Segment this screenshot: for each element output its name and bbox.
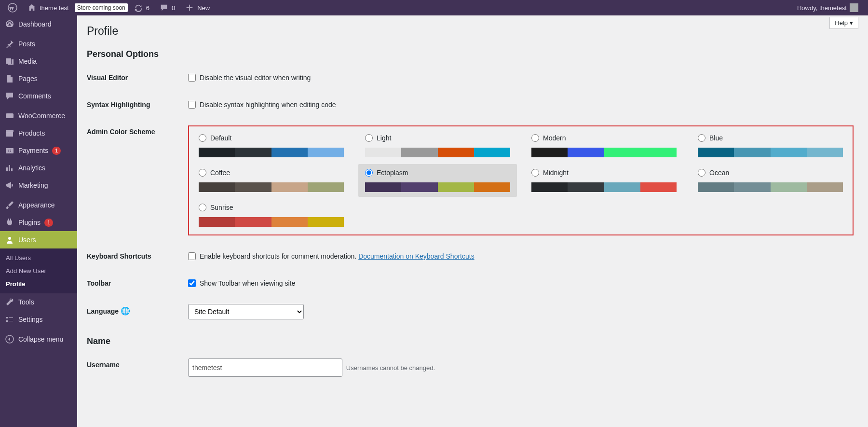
admin-toolbar: theme test Store coming soon 6 0 New How… [0, 0, 868, 15]
new-label: New [197, 4, 210, 12]
sidebar-item-label: Settings [18, 316, 43, 323]
sidebar-item-label: Tools [18, 298, 34, 306]
color-scheme-option-default[interactable]: Default [192, 129, 351, 162]
payments-badge: 1 [52, 147, 61, 155]
color-swatch [604, 148, 640, 157]
sidebar-item-settings[interactable]: Settings [0, 311, 77, 328]
color-swatch-row [698, 182, 843, 192]
color-scheme-name: Sunrise [210, 204, 233, 211]
toolbar-checkbox-row[interactable]: Show Toolbar when viewing site [188, 279, 854, 287]
updates-menu[interactable]: 6 [130, 0, 153, 15]
submenu-all-users[interactable]: All Users [0, 251, 77, 264]
sidebar-item-tools[interactable]: Tools [0, 293, 77, 311]
collapse-icon [5, 334, 14, 344]
color-scheme-radio[interactable] [365, 134, 373, 142]
syntax-checkbox[interactable] [188, 101, 196, 109]
sidebar-item-label: WooCommerce [18, 112, 65, 120]
color-swatch [771, 182, 807, 192]
comments-menu[interactable]: 0 [155, 0, 179, 15]
site-name-menu[interactable]: theme test [23, 0, 73, 15]
sidebar-item-plugins[interactable]: Plugins 1 [0, 214, 77, 231]
plus-icon [185, 3, 194, 13]
color-scheme-name: Coffee [210, 169, 230, 177]
color-scheme-option-midnight[interactable]: Midnight [525, 164, 683, 197]
my-account-menu[interactable]: Howdy, themetest [793, 0, 862, 15]
color-swatch [235, 148, 271, 157]
color-swatch [604, 182, 640, 192]
color-scheme-radio[interactable] [698, 169, 705, 177]
sidebar-collapse[interactable]: Collapse menu [0, 331, 77, 348]
help-tab[interactable]: Help ▾ [829, 17, 858, 29]
color-swatch-row [365, 148, 510, 157]
sidebar-item-analytics[interactable]: Analytics [0, 159, 77, 177]
color-scheme-radio[interactable] [199, 169, 206, 177]
color-scheme-option-ocean[interactable]: Ocean [691, 164, 850, 197]
color-swatch [199, 148, 235, 157]
shortcuts-doc-link[interactable]: Documentation on Keyboard Shortcuts [358, 252, 474, 260]
sidebar-item-marketing[interactable]: Marketing [0, 177, 77, 194]
comment-icon [5, 91, 14, 101]
toolbar-checkbox[interactable] [188, 279, 196, 287]
color-scheme-radio[interactable] [199, 204, 206, 211]
visual-editor-checkbox[interactable] [188, 74, 196, 82]
sidebar-item-appearance[interactable]: Appearance [0, 196, 77, 214]
color-swatch [271, 148, 308, 157]
new-content-menu[interactable]: New [181, 0, 214, 15]
section-personal-options: Personal Options [87, 49, 858, 59]
toolbar-label: Toolbar [87, 270, 183, 297]
sidebar-item-label: Payments [18, 147, 48, 154]
wordpress-icon [8, 3, 17, 13]
color-swatch-row [531, 148, 677, 157]
color-scheme-option-modern[interactable]: Modern [525, 129, 683, 162]
sidebar-item-dashboard[interactable]: Dashboard [0, 15, 77, 33]
color-swatch [807, 148, 843, 157]
submenu-add-user[interactable]: Add New User [0, 264, 77, 277]
color-scheme-radio[interactable] [531, 134, 539, 142]
syntax-checkbox-row[interactable]: Disable syntax highlighting when editing… [188, 101, 854, 109]
sidebar-item-comments[interactable]: Comments [0, 87, 77, 105]
avatar [850, 3, 858, 12]
color-swatch [531, 148, 568, 157]
color-scheme-option-coffee[interactable]: Coffee [192, 164, 351, 197]
sidebar-item-posts[interactable]: Posts [0, 35, 77, 53]
updates-count: 6 [146, 4, 149, 12]
color-scheme-name: Modern [543, 134, 566, 142]
color-swatch [771, 148, 807, 157]
color-scheme-radio[interactable] [365, 169, 373, 177]
payment-icon [5, 146, 14, 155]
color-scheme-radio[interactable] [531, 169, 539, 177]
color-scheme-grid: DefaultLightModernBlueCoffeeEctoplasmMid… [192, 129, 850, 232]
username-input[interactable] [188, 358, 342, 377]
shortcuts-checkbox[interactable] [188, 252, 196, 260]
color-scheme-option-sunrise[interactable]: Sunrise [192, 199, 351, 232]
color-swatch-row [199, 217, 344, 227]
submenu-profile[interactable]: Profile [0, 277, 77, 290]
sidebar-item-pages[interactable]: Pages [0, 70, 77, 87]
color-scheme-name: Ocean [709, 169, 729, 177]
sidebar-item-media[interactable]: Media [0, 53, 77, 70]
visual-editor-checkbox-row[interactable]: Disable the visual editor when writing [188, 74, 854, 82]
sidebar-item-payments[interactable]: Payments 1 [0, 142, 77, 159]
color-scheme-radio[interactable] [199, 134, 206, 142]
language-select[interactable]: Site Default [188, 304, 304, 319]
color-scheme-option-blue[interactable]: Blue [691, 129, 850, 162]
adminbar-left: theme test Store coming soon 6 0 New [4, 0, 214, 15]
sidebar-item-products[interactable]: Products [0, 124, 77, 142]
color-scheme-radio[interactable] [698, 134, 705, 142]
color-scheme-option-light[interactable]: Light [358, 129, 517, 162]
color-swatch [474, 148, 510, 157]
sidebar-item-label: Dashboard [18, 20, 52, 28]
color-scheme-name: Default [210, 134, 231, 142]
sidebar-item-woocommerce[interactable]: WooCommerce [0, 107, 77, 124]
shortcuts-checkbox-row[interactable]: Enable keyboard shortcuts for comment mo… [188, 252, 854, 260]
translate-icon: 🌐 [121, 307, 130, 315]
wp-logo-menu[interactable] [4, 0, 21, 15]
sidebar-item-users[interactable]: Users [0, 231, 77, 248]
color-swatch [734, 148, 770, 157]
color-swatch [640, 148, 677, 157]
username-note: Usernames cannot be changed. [346, 364, 435, 372]
color-scheme-option-ectoplasm[interactable]: Ectoplasm [358, 164, 517, 197]
pin-icon [5, 39, 14, 49]
page-title: Profile [87, 20, 858, 40]
color-swatch [531, 182, 568, 192]
